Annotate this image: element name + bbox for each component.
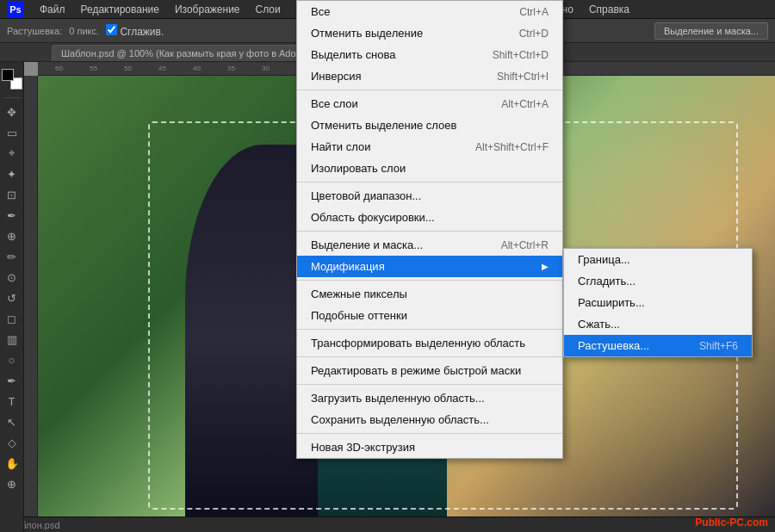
dropdown-item-label: Цветовой диапазон... [311, 189, 421, 202]
dropdown-item-shortcut: Ctrl+D [519, 28, 549, 40]
menu-item-layer[interactable]: Слои [249, 2, 288, 17]
dropdown-item-label: Сохранить выделенную область... [311, 413, 489, 426]
sglazhiv-checkbox-label: Сглажив. [106, 24, 164, 38]
tool-brush[interactable]: ✏ [3, 247, 22, 266]
dropdown-item-label: Растушевка... [578, 339, 649, 352]
dropdown-item-label: Все слои [311, 97, 358, 110]
select-menu-item-новая-3d-экструзия[interactable]: Новая 3D-экструзия [297, 436, 562, 458]
select-menu-item-трансформировать-выделенную-область[interactable]: Трансформировать выделенную область [297, 332, 562, 354]
tool-shape[interactable]: ◇ [3, 433, 22, 452]
dropdown-item-label: Загрузить выделенную область... [311, 392, 485, 405]
dropdown-separator [297, 90, 562, 90]
tool-marquee[interactable]: ▭ [3, 123, 22, 142]
tool-hand[interactable]: ✋ [3, 454, 22, 473]
dropdown-item-label: Расширить... [578, 296, 645, 309]
menu-item-file[interactable]: Файл [33, 2, 72, 17]
modify-menu-item-граница...[interactable]: Граница... [564, 249, 752, 270]
modify-menu-item-сжать...[interactable]: Сжать... [564, 313, 752, 335]
tool-zoom[interactable]: ⊕ [3, 474, 22, 493]
tool-eyedropper[interactable]: ✒ [3, 206, 22, 225]
dropdown-item-label: Сгладить... [578, 275, 636, 288]
dropdown-item-label: Отменить выделение [311, 27, 423, 40]
select-menu-item-редактировать-в-режиме-быстрой-маски[interactable]: Редактировать в режиме быстрой маски [297, 360, 562, 381]
rastushevka-label: Растушевка: [7, 26, 62, 36]
dropdown-item-label: Граница... [578, 253, 630, 266]
select-menu-item-область-фокусировки...[interactable]: Область фокусировки... [297, 207, 562, 228]
select-menu-dropdown[interactable]: ВсеCtrl+AОтменить выделениеCtrl+DВыделит… [296, 0, 563, 459]
tool-eraser[interactable]: ◻ [3, 309, 22, 328]
dropdown-item-label: Инверсия [311, 70, 362, 83]
modify-menu-item-сгладить...[interactable]: Сгладить... [564, 270, 752, 292]
menu-item-edit[interactable]: Редактирование [74, 2, 166, 17]
tool-path-select[interactable]: ↖ [3, 412, 22, 431]
select-menu-item-выделение-и-маска...[interactable]: Выделение и маска...Alt+Ctrl+R [297, 234, 562, 256]
dropdown-item-label: Новая 3D-экструзия [311, 441, 415, 454]
dropdown-item-shortcut: Alt+Ctrl+A [501, 98, 549, 110]
ruler-left [24, 76, 38, 532]
select-menu-item-отменить-выделение-слоев[interactable]: Отменить выделение слоев [297, 114, 562, 136]
tool-gradient[interactable]: ▥ [3, 330, 22, 349]
select-menu-item-цветовой-диапазон...[interactable]: Цветовой диапазон... [297, 185, 562, 207]
rastushevka-value: 0 пикс. [69, 26, 99, 36]
tool-healing[interactable]: ⊕ [3, 226, 22, 245]
dropdown-item-label: Сжать... [578, 318, 620, 331]
dropdown-item-label: Подобные оттенки [311, 309, 407, 322]
menu-item-image[interactable]: Изображение [168, 2, 247, 17]
modify-menu-item-расширить...[interactable]: Расширить... [564, 292, 752, 313]
tool-dodge[interactable]: ○ [3, 350, 22, 369]
dropdown-item-shortcut: Shift+Ctrl+I [497, 71, 549, 83]
toolbar-left: ✥▭⌖✦⊡✒⊕✏⊙↺◻▥○✒T↖◇✋⊕ [0, 62, 24, 532]
dropdown-item-label: Все [311, 5, 330, 18]
dropdown-item-label: Выделение и маска... [311, 238, 423, 251]
select-menu-item-модификация[interactable]: Модификация▶ [297, 256, 562, 277]
select-menu-item-загрузить-выделенную-область...[interactable]: Загрузить выделенную область... [297, 387, 562, 409]
modify-submenu[interactable]: Граница...Сгладить...Расширить...Сжать..… [563, 248, 753, 357]
dropdown-separator [297, 231, 562, 232]
dropdown-item-shortcut: Shift+F6 [699, 340, 738, 352]
select-menu-item-сохранить-выделенную-область...[interactable]: Сохранить выделенную область... [297, 409, 562, 430]
dropdown-item-label: Трансформировать выделенную область [311, 337, 525, 350]
dropdown-item-label: Редактировать в режиме быстрой маски [311, 364, 521, 377]
tool-separator [3, 97, 21, 98]
color-swatches[interactable] [2, 69, 22, 90]
dropdown-item-label: Отменить выделение слоев [311, 119, 456, 132]
ps-logo: Ps [7, 1, 24, 18]
select-menu-item-смежные-пикселы[interactable]: Смежные пикселы [297, 283, 562, 305]
select-menu-item-найти-слои[interactable]: Найти слоиAlt+Shift+Ctrl+F [297, 136, 562, 158]
dropdown-separator [297, 384, 562, 385]
select-menu-item-все[interactable]: ВсеCtrl+A [297, 1, 562, 22]
dropdown-separator [297, 280, 562, 281]
dropdown-item-shortcut: Shift+Ctrl+D [493, 49, 549, 61]
dropdown-item-shortcut: Alt+Shift+Ctrl+F [475, 141, 549, 153]
dropdown-separator [297, 182, 562, 182]
dropdown-item-shortcut: Ctrl+A [519, 6, 549, 18]
select-menu-item-отменить-выделение[interactable]: Отменить выделениеCtrl+D [297, 22, 562, 44]
dropdown-separator [297, 329, 562, 330]
tool-type[interactable]: T [3, 392, 22, 411]
select-menu-item-инверсия[interactable]: ИнверсияShift+Ctrl+I [297, 65, 562, 87]
submenu-arrow-icon: ▶ [542, 262, 549, 271]
tool-move[interactable]: ✥ [3, 102, 22, 121]
modify-menu-item-растушевка...[interactable]: Растушевка...Shift+F6 [564, 335, 752, 356]
tool-magic-wand[interactable]: ✦ [3, 164, 22, 183]
selection-mask-button[interactable]: Выделение и маска... [654, 22, 768, 40]
fg-swatch [2, 69, 14, 81]
tool-pen[interactable]: ✒ [3, 371, 22, 390]
status-bar: Шаблон.psd [0, 517, 775, 532]
dropdown-item-label: Модификация [311, 260, 385, 273]
tool-lasso[interactable]: ⌖ [3, 144, 22, 163]
watermark: Public-PC.com [695, 517, 768, 529]
dropdown-separator [297, 433, 562, 434]
dropdown-item-label: Изолировать слои [311, 162, 406, 175]
dropdown-item-label: Выделить снова [311, 48, 395, 61]
sglazhiv-checkbox[interactable] [106, 24, 117, 35]
tool-clone[interactable]: ⊙ [3, 268, 22, 287]
select-menu-item-все-слои[interactable]: Все слоиAlt+Ctrl+A [297, 93, 562, 114]
tool-crop[interactable]: ⊡ [3, 185, 22, 204]
tool-history[interactable]: ↺ [3, 288, 22, 307]
select-menu-item-подобные-оттенки[interactable]: Подобные оттенки [297, 305, 562, 326]
select-menu-item-изолировать-слои[interactable]: Изолировать слои [297, 158, 562, 179]
dropdown-separator [297, 356, 562, 357]
menu-item-help[interactable]: Справка [582, 2, 636, 17]
select-menu-item-выделить-снова[interactable]: Выделить сноваShift+Ctrl+D [297, 44, 562, 65]
